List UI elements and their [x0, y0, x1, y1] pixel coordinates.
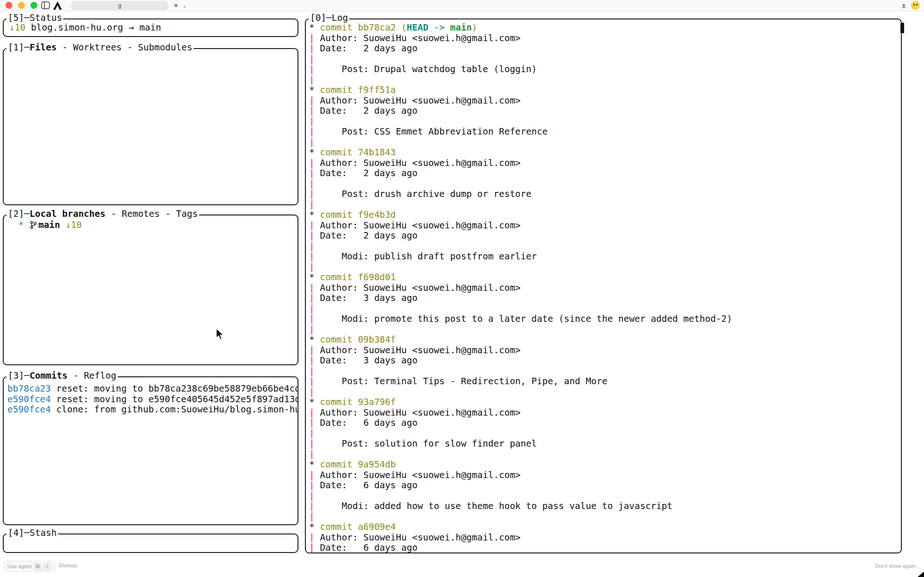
- branch-icon: [30, 221, 36, 229]
- terminal-tab[interactable]: g: [71, 1, 168, 10]
- command-key-icon: ⌘: [34, 563, 41, 570]
- log-author-line[interactable]: | Author: SuoweiHu <suowei.h@gmail.com>: [309, 470, 901, 481]
- log-graph-line[interactable]: |: [309, 179, 901, 190]
- log-date-line[interactable]: | Date: 6 days ago: [309, 543, 901, 552]
- log-message-line[interactable]: | Modi: promote this post to a later dat…: [309, 314, 901, 325]
- log-graph-line[interactable]: |: [309, 512, 901, 522]
- log-date-line[interactable]: | Date: 2 days ago: [309, 168, 901, 179]
- current-branch: main: [140, 22, 161, 33]
- branch-name: main: [38, 220, 60, 230]
- log-graph-line[interactable]: |: [309, 241, 901, 252]
- window-titlebar: g + ⌄ ±: [0, 0, 924, 11]
- log-author-line[interactable]: | Author: SuoweiHu <suowei.h@gmail.com>: [309, 33, 901, 44]
- reflog-row[interactable]: e590fce4 clone: from github.com:SuoweiHu…: [7, 405, 298, 415]
- behind-count: ↓10: [9, 22, 25, 33]
- log-message-line[interactable]: | Post: drush archive dump or restore: [309, 189, 901, 200]
- stash-panel-header: [4]─Stash: [6, 528, 58, 538]
- dont-show-again-button[interactable]: Don't show again: [875, 563, 916, 569]
- log-date-line[interactable]: | Date: 6 days ago: [309, 480, 901, 491]
- log-commit-line[interactable]: * commit 74b1843: [309, 147, 901, 158]
- close-window-button[interactable]: [6, 2, 12, 9]
- zoom-window-button[interactable]: [30, 2, 37, 9]
- log-date-line[interactable]: | Date: 2 days ago: [309, 106, 901, 117]
- log-commit-line[interactable]: * commit 93a796f: [309, 397, 901, 408]
- log-author-line[interactable]: | Author: SuoweiHu <suowei.h@gmail.com>: [309, 283, 901, 294]
- log-commit-line[interactable]: * commit 09b384f: [309, 335, 901, 345]
- log-message-line[interactable]: | Post: solution for slow finder panel: [309, 439, 901, 449]
- log-message-line[interactable]: | Modi: added how to use theme hook to p…: [309, 501, 901, 512]
- current-branch-marker: *: [18, 220, 24, 230]
- log-message-line[interactable]: | Post: Drupal watchdog table (loggin): [309, 64, 901, 75]
- account-face-icon[interactable]: [911, 1, 920, 10]
- branch-row[interactable]: * main ↓10: [7, 220, 298, 231]
- log-date-line[interactable]: | Date: 6 days ago: [309, 418, 901, 429]
- log-graph-line[interactable]: |: [309, 304, 901, 314]
- files-panel[interactable]: [3, 48, 298, 205]
- log-message-line[interactable]: | Post: Terminal Tips - Redirection, Pip…: [309, 376, 901, 387]
- log-graph-line[interactable]: |: [309, 75, 901, 86]
- terminal-tab-label: g: [118, 2, 122, 9]
- log-commit-line[interactable]: * commit a6909e4: [309, 522, 901, 533]
- sidebar-toggle-icon[interactable]: [41, 1, 50, 9]
- bottom-bar: Use agent ⌘ I Dismiss Don't show again: [0, 553, 924, 577]
- repo-name: blog.simon-hu.org: [31, 22, 123, 33]
- branch-behind-count: ↓10: [66, 220, 82, 230]
- branches-panel-header[interactable]: [2]─Local branches - Remotes - Tags: [6, 209, 199, 219]
- divider: [55, 562, 55, 571]
- log-date-line[interactable]: | Date: 3 days ago: [309, 293, 901, 304]
- log-graph-line[interactable]: |: [309, 387, 901, 398]
- log-author-line[interactable]: | Author: SuoweiHu <suowei.h@gmail.com>: [309, 345, 901, 356]
- log-author-line[interactable]: | Author: SuoweiHu <suowei.h@gmail.com>: [309, 533, 901, 543]
- arrow-icon: →: [128, 22, 134, 33]
- branches-panel: * main ↓10: [3, 215, 298, 365]
- status-line[interactable]: ↓10 blog.simon-hu.org → main: [9, 23, 298, 33]
- mouse-cursor: [214, 327, 225, 341]
- log-graph-line[interactable]: |: [309, 117, 901, 127]
- log-graph-line[interactable]: |: [309, 366, 901, 377]
- dismiss-button[interactable]: Dismiss: [59, 563, 77, 568]
- log-message-line[interactable]: | Modi: publish draft postfrom earlier: [309, 252, 901, 262]
- log-date-line[interactable]: | Date: 2 days ago: [309, 231, 901, 241]
- reflog-row[interactable]: e590fce4 reset: moving to e590fce405645d…: [7, 394, 298, 405]
- tab-list-chevron-icon[interactable]: ⌄: [182, 0, 187, 11]
- log-message-line[interactable]: | Post: CSS Emmet Abbreviation Reference: [309, 127, 901, 137]
- log-scrollbar-thumb[interactable]: [900, 23, 904, 33]
- log-panel: * commit bb78ca2 (HEAD -> main)| Author:…: [305, 18, 902, 553]
- split-pane-icon[interactable]: ±: [902, 0, 906, 11]
- log-commit-line[interactable]: * commit f9e4b3d: [309, 210, 901, 221]
- log-date-line[interactable]: | Date: 3 days ago: [309, 356, 901, 366]
- log-commit-line[interactable]: * commit f9ff51a: [309, 85, 901, 96]
- corner-cursor-artifact: [918, 571, 924, 577]
- log-panel-header: [0]─Log: [309, 12, 349, 23]
- log-graph-line[interactable]: |: [309, 491, 901, 502]
- log-date-line[interactable]: | Date: 2 days ago: [309, 43, 901, 54]
- log-graph-line[interactable]: |: [309, 137, 901, 148]
- log-commit-line[interactable]: * commit f698d01: [309, 272, 901, 283]
- log-graph-line[interactable]: |: [309, 54, 901, 65]
- log-graph-line[interactable]: |: [309, 325, 901, 335]
- files-panel-header[interactable]: [1]─Files - Worktrees - Submodules: [6, 42, 194, 53]
- log-graph-line[interactable]: |: [309, 429, 901, 439]
- terminal-app-logo-icon: [53, 1, 62, 10]
- log-graph-line[interactable]: |: [309, 200, 901, 210]
- use-agent-button[interactable]: Use agent ⌘ I: [4, 561, 54, 572]
- log-graph-line[interactable]: |: [309, 449, 901, 460]
- commits-reflog-panel: bb78ca23 reset: moving to bb78ca238c69be…: [3, 376, 298, 525]
- minimize-window-button[interactable]: [18, 2, 25, 9]
- commits-panel-header[interactable]: [3]─Commits - Reflog: [6, 370, 118, 381]
- log-author-line[interactable]: | Author: SuoweiHu <suowei.h@gmail.com>: [309, 221, 901, 231]
- log-commit-line[interactable]: * commit 9a954db: [309, 460, 901, 470]
- log-author-line[interactable]: | Author: SuoweiHu <suowei.h@gmail.com>: [309, 158, 901, 169]
- log-graph-line[interactable]: |: [309, 262, 901, 273]
- new-tab-button[interactable]: +: [171, 0, 181, 11]
- status-panel-header: [5]─Status: [6, 12, 63, 23]
- log-author-line[interactable]: | Author: SuoweiHu <suowei.h@gmail.com>: [309, 96, 901, 106]
- i-key-icon: I: [43, 563, 50, 570]
- use-agent-label: Use agent: [7, 561, 31, 571]
- log-author-line[interactable]: | Author: SuoweiHu <suowei.h@gmail.com>: [309, 408, 901, 418]
- log-commit-line[interactable]: * commit bb78ca2 (HEAD -> main): [309, 23, 901, 33]
- reflog-row[interactable]: bb78ca23 reset: moving to bb78ca238c69be…: [7, 384, 298, 394]
